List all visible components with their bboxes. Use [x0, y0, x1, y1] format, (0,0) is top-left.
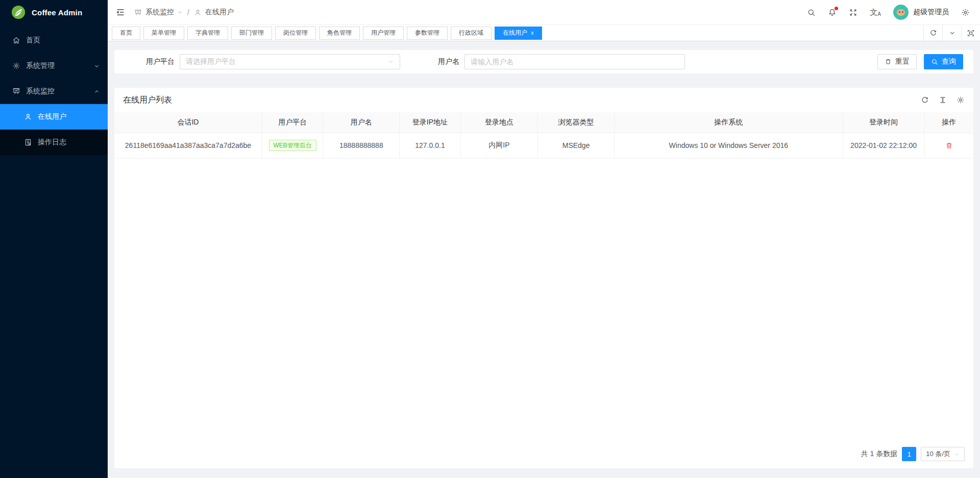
top-header: 系统监控 / 在线用户 文A 超级管理员 [108, 0, 980, 24]
chevron-down-icon [178, 10, 183, 15]
col-browser: 浏览器类型 [538, 112, 615, 133]
tab-user-mgmt[interactable]: 用户管理 [363, 27, 404, 40]
search-icon[interactable] [807, 8, 816, 17]
tab-label: 首页 [120, 29, 132, 37]
table-row: 26118e6169aa41a387aa3ca7a7d2a6be WEB管理后台… [114, 133, 973, 158]
tab-label: 部门管理 [239, 29, 264, 37]
tab-bar: 首页 菜单管理 字典管理 部门管理 岗位管理 角色管理 用户管理 参数管理 行政… [108, 24, 980, 41]
platform-select[interactable]: 请选择用户平台 [180, 54, 400, 69]
search-button[interactable]: 查询 [924, 54, 963, 69]
tab-online-users[interactable]: 在线用户 x [495, 27, 542, 40]
card-title: 在线用户列表 [123, 95, 172, 106]
user-profile[interactable]: 超级管理员 [893, 5, 949, 20]
chevron-down-icon [388, 59, 394, 65]
tab-dict-mgmt[interactable]: 字典管理 [187, 27, 228, 40]
settings-gear-icon[interactable] [961, 8, 970, 17]
table-header-row: 会话ID 用户平台 用户名 登录IP地址 登录地点 浏览器类型 操作系统 登录时… [114, 112, 973, 133]
system-monitor-submenu: 在线用户 操作日志 [0, 104, 108, 155]
refresh-icon[interactable] [921, 96, 929, 104]
tab-dept-mgmt[interactable]: 部门管理 [231, 27, 272, 40]
column-height-icon[interactable] [939, 96, 947, 104]
tabbar-tools [923, 25, 980, 41]
notification-bell-icon[interactable] [828, 8, 837, 17]
delete-row-icon[interactable] [945, 142, 953, 149]
tab-post-mgmt[interactable]: 岗位管理 [275, 27, 316, 40]
col-platform: 用户平台 [262, 112, 323, 133]
sidebar-item-system-monitor[interactable]: 系统监控 [0, 79, 108, 104]
tab-refresh-icon[interactable] [923, 25, 942, 41]
sidebar-item-label: 系统监控 [26, 87, 55, 96]
page-1-button[interactable]: 1 [902, 447, 916, 461]
user-icon [24, 113, 32, 121]
search-icon [931, 58, 938, 65]
table-tools [921, 96, 965, 104]
username-field-label: 用户名 [438, 57, 459, 66]
username-input[interactable] [471, 58, 679, 66]
tab-close-icon[interactable]: x [531, 30, 534, 36]
cell-platform: WEB管理后台 [262, 133, 323, 158]
cell-session-id: 26118e6169aa41a387aa3ca7a7d2a6be [114, 133, 262, 158]
screen-icon [134, 9, 142, 16]
tab-menu-mgmt[interactable]: 菜单管理 [143, 27, 184, 40]
trash-icon [885, 58, 892, 65]
cell-location: 内网IP [460, 133, 537, 158]
chevron-down-icon [954, 451, 960, 457]
tab-region[interactable]: 行政区域 [451, 27, 492, 40]
sidebar-item-system-mgmt[interactable]: 系统管理 [0, 53, 108, 79]
sidebar-item-label: 系统管理 [26, 61, 55, 70]
reset-button-label: 重置 [895, 57, 910, 66]
app-logo: Coffee Admin [0, 0, 108, 24]
user-avatar [893, 5, 909, 20]
sidebar-item-label: 首页 [26, 36, 40, 45]
chevron-up-icon [94, 89, 100, 94]
col-session-id: 会话ID [114, 112, 262, 133]
tab-label: 角色管理 [327, 29, 352, 37]
col-location: 登录地点 [460, 112, 537, 133]
username-input-wrap [464, 54, 685, 69]
tab-home[interactable]: 首页 [112, 27, 140, 40]
card-header: 在线用户列表 [114, 88, 973, 112]
username-label: 超级管理员 [913, 8, 949, 17]
col-ip: 登录IP地址 [400, 112, 460, 133]
col-login-time: 登录时间 [843, 112, 924, 133]
filter-actions: 重置 查询 [877, 54, 963, 69]
tab-options-chevron-icon[interactable] [942, 25, 961, 41]
translate-icon[interactable]: 文A [870, 8, 881, 17]
chevron-down-icon [94, 63, 100, 69]
sidebar-menu: 首页 系统管理 系统监控 在线用户 [0, 24, 108, 155]
sidebar-item-label: 操作日志 [38, 138, 66, 147]
sidebar-item-online-users[interactable]: 在线用户 [0, 104, 108, 130]
filter-card: 用户平台 请选择用户平台 用户名 重 [114, 50, 973, 73]
log-search-icon [24, 138, 32, 146]
platform-label: 用户平台 [146, 57, 175, 66]
table-settings-gear-icon[interactable] [957, 96, 965, 104]
page-size-value: 10 条/页 [926, 449, 950, 459]
leaf-logo-icon [11, 5, 26, 20]
online-users-card: 在线用户列表 [114, 88, 973, 468]
sidebar-item-home[interactable]: 首页 [0, 28, 108, 53]
tab-param-mgmt[interactable]: 参数管理 [407, 27, 448, 40]
search-button-label: 查询 [942, 57, 956, 66]
col-os: 操作系统 [614, 112, 843, 133]
pagination: 共 1 条数据 1 10 条/页 [114, 440, 973, 468]
fullscreen-icon[interactable] [849, 8, 857, 17]
col-username: 用户名 [323, 112, 400, 133]
menu-fold-icon[interactable] [116, 8, 125, 17]
cell-username: 18888888888 [323, 133, 400, 158]
platform-placeholder: 请选择用户平台 [186, 57, 236, 66]
filter-username: 用户名 [438, 54, 685, 69]
notification-badge [835, 7, 838, 10]
cell-ip: 127.0.0.1 [400, 133, 460, 158]
tab-label: 在线用户 [503, 29, 527, 37]
sidebar-item-operation-logs[interactable]: 操作日志 [0, 130, 108, 155]
tab-role-mgmt[interactable]: 角色管理 [319, 27, 360, 40]
layout-maximize-icon[interactable] [961, 25, 980, 41]
page-size-select[interactable]: 10 条/页 [921, 447, 965, 461]
sidebar-item-label: 在线用户 [38, 112, 66, 121]
page-content: 用户平台 请选择用户平台 用户名 重 [108, 41, 980, 478]
tab-label: 用户管理 [371, 29, 396, 37]
breadcrumb-separator: / [187, 8, 189, 16]
cell-actions [924, 133, 973, 158]
reset-button[interactable]: 重置 [877, 54, 917, 69]
breadcrumb-section[interactable]: 系统监控 [145, 8, 174, 17]
